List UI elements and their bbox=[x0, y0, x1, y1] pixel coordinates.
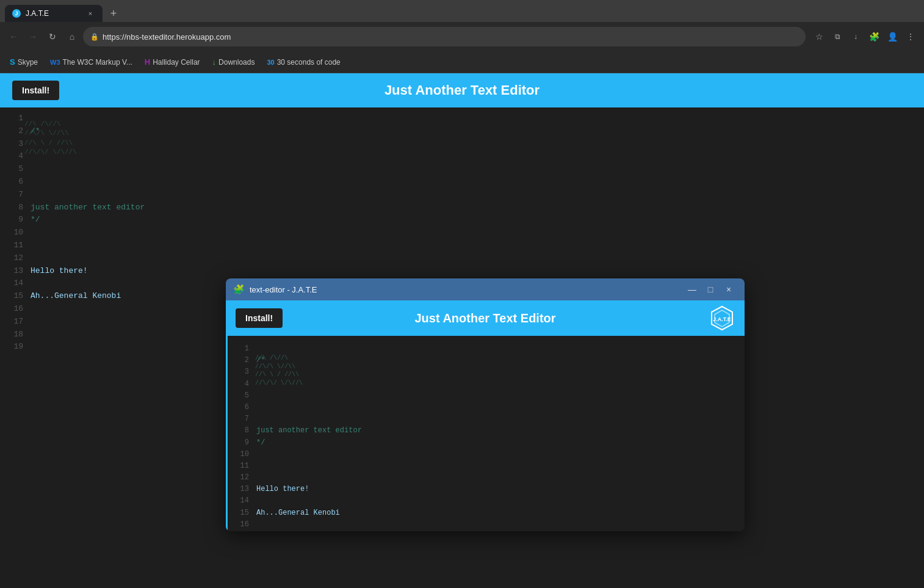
url-bar[interactable]: 🔒 https://nbs-texteditor.herokuapp.com bbox=[83, 27, 806, 46]
bookmark-w3c-label: The W3C Markup V... bbox=[63, 58, 132, 67]
bookmark-halliday[interactable]: H Halliday Cellar bbox=[140, 55, 205, 69]
toolbar-right: ☆ ⧉ ↓ 🧩 👤 ⋮ bbox=[810, 28, 919, 45]
pwa-logo: J.A.T.E bbox=[709, 305, 735, 331]
pwa-line-12: 12 bbox=[226, 472, 745, 484]
pwa-line-8: 8just another text editor bbox=[226, 425, 745, 437]
url-text: https://nbs-texteditor.herokuapp.com bbox=[103, 32, 231, 42]
browser-frame: J J.A.T.E × + ← → ↻ ⌂ 🔒 https://nbs-text… bbox=[0, 0, 924, 588]
pwa-line-13: 13Hello there! bbox=[226, 484, 745, 495]
reload-icon: ↻ bbox=[49, 32, 56, 42]
bookmark-30sec-label: 30 seconds of code bbox=[277, 58, 341, 67]
new-tab-button[interactable]: + bbox=[105, 5, 122, 22]
app-header: Install! Just Another Text Editor bbox=[0, 73, 924, 107]
pwa-window: 🧩 text-editor - J.A.T.E — □ × Install! J… bbox=[226, 278, 745, 531]
profile-button[interactable]: 👤 bbox=[884, 28, 901, 45]
forward-button[interactable]: → bbox=[24, 28, 42, 45]
pwa-maximize-button[interactable]: □ bbox=[702, 281, 719, 298]
pwa-line-17: 17 bbox=[226, 531, 745, 531]
reload-button[interactable]: ↻ bbox=[44, 28, 61, 45]
menu-icon: ⋮ bbox=[906, 32, 915, 42]
pwa-line-2: 2/* bbox=[226, 355, 745, 366]
download-icon: ↓ bbox=[854, 32, 857, 41]
bookmark-button[interactable]: ☆ bbox=[810, 28, 828, 45]
lock-icon: 🔒 bbox=[90, 33, 99, 41]
pwa-close-button[interactable]: × bbox=[720, 281, 737, 298]
download-button[interactable]: ↓ bbox=[847, 28, 864, 45]
pwa-line-15: 15Ah...General Kenobi bbox=[226, 507, 745, 519]
code-line-8: 8just another text editor bbox=[0, 201, 924, 214]
pwa-code-editor[interactable]: 1 2/* 3 4 5 6 7 8just another text edito… bbox=[226, 338, 745, 531]
bookmark-skype-label: Skype bbox=[18, 58, 38, 67]
main-editor-area[interactable]: //\ /\//\ //\/\ \//\\ //\ \ / //\\ //\/\… bbox=[0, 107, 924, 588]
pwa-puzzle-icon: 🧩 bbox=[233, 284, 245, 295]
extensions-icon: 🧩 bbox=[869, 32, 879, 42]
new-window-icon: ⧉ bbox=[835, 32, 840, 41]
tab-close-button[interactable]: × bbox=[85, 9, 95, 18]
profile-icon: 👤 bbox=[887, 32, 898, 42]
code-line-2: 2/* bbox=[0, 125, 924, 138]
pwa-line-4: 4 bbox=[226, 379, 745, 390]
skype-icon: S bbox=[10, 57, 15, 67]
bookmark-halliday-label: Halliday Cellar bbox=[153, 58, 200, 67]
pwa-line-7: 7 bbox=[226, 413, 745, 425]
back-button[interactable]: ← bbox=[5, 28, 22, 45]
pwa-line-14: 14 bbox=[226, 495, 745, 507]
pwa-line-10: 10 bbox=[226, 449, 745, 460]
pwa-window-controls: — □ × bbox=[684, 281, 737, 298]
code-line-11: 11 bbox=[0, 239, 924, 252]
30sec-icon: 30 bbox=[267, 59, 274, 66]
code-line-6: 6 bbox=[0, 176, 924, 189]
code-line-3: 3 bbox=[0, 138, 924, 151]
pwa-title-text: text-editor - J.A.T.E bbox=[250, 285, 679, 294]
pwa-minimize-button[interactable]: — bbox=[684, 281, 701, 298]
pwa-install-button[interactable]: Install! bbox=[236, 308, 283, 328]
bookmark-icon: ☆ bbox=[815, 32, 823, 42]
bookmark-skype[interactable]: S Skype bbox=[5, 55, 43, 69]
pwa-header-title: Just Another Text Editor bbox=[414, 311, 555, 325]
code-line-5: 5 bbox=[0, 163, 924, 176]
code-line-13: 13Hello there! bbox=[0, 265, 924, 278]
code-line-12: 12 bbox=[0, 252, 924, 265]
app-header-title: Just Another Text Editor bbox=[384, 82, 540, 98]
extensions-button[interactable]: 🧩 bbox=[865, 28, 882, 45]
downloads-icon: ↓ bbox=[212, 57, 217, 67]
halliday-icon: H bbox=[145, 57, 150, 67]
bookmark-w3c[interactable]: W3 The W3C Markup V... bbox=[45, 56, 137, 69]
bookmarks-bar: S Skype W3 The W3C Markup V... H Hallida… bbox=[0, 51, 924, 73]
bookmark-downloads[interactable]: ↓ Downloads bbox=[208, 55, 260, 69]
pwa-line-9: 9*/ bbox=[226, 437, 745, 449]
pwa-line-6: 6 bbox=[226, 402, 745, 413]
pwa-line-11: 11 bbox=[226, 460, 745, 472]
home-button[interactable]: ⌂ bbox=[63, 28, 81, 45]
bookmark-30sec[interactable]: 30 30 seconds of code bbox=[262, 56, 345, 69]
pwa-line-16: 16 bbox=[226, 519, 745, 531]
code-line-10: 10 bbox=[0, 227, 924, 239]
code-line-7: 7 bbox=[0, 189, 924, 201]
pwa-header: Install! Just Another Text Editor J.A.T.… bbox=[226, 300, 745, 336]
svg-text:J.A.T.E: J.A.T.E bbox=[713, 316, 731, 322]
code-line-1: 1 bbox=[0, 112, 924, 125]
forward-icon: → bbox=[29, 32, 37, 42]
tab-title: J.A.T.E bbox=[26, 9, 81, 18]
pwa-border-accent bbox=[226, 336, 228, 531]
address-bar: ← → ↻ ⌂ 🔒 https://nbs-texteditor.herokua… bbox=[0, 22, 924, 51]
menu-button[interactable]: ⋮ bbox=[902, 28, 919, 45]
page-content: Install! Just Another Text Editor //\ /\… bbox=[0, 73, 924, 588]
pwa-titlebar: 🧩 text-editor - J.A.T.E — □ × bbox=[226, 278, 745, 300]
pwa-line-1: 1 bbox=[226, 343, 745, 355]
bookmark-downloads-label: Downloads bbox=[218, 58, 254, 67]
tab-bar: J J.A.T.E × + bbox=[0, 0, 924, 22]
install-button[interactable]: Install! bbox=[12, 81, 59, 100]
tab-favicon: J bbox=[12, 9, 21, 18]
pwa-line-3: 3 bbox=[226, 366, 745, 378]
home-icon: ⌂ bbox=[70, 32, 74, 42]
code-line-9: 9*/ bbox=[0, 214, 924, 227]
back-icon: ← bbox=[9, 32, 18, 42]
new-window-button[interactable]: ⧉ bbox=[829, 28, 846, 45]
code-line-4: 4 bbox=[0, 150, 924, 163]
active-tab[interactable]: J J.A.T.E × bbox=[5, 5, 103, 22]
pwa-line-5: 5 bbox=[226, 390, 745, 402]
w3c-icon: W3 bbox=[50, 59, 60, 66]
pwa-editor[interactable]: //\ /\//\ //\/\ \//\\ //\ \ / //\\ //\/\… bbox=[226, 336, 745, 531]
